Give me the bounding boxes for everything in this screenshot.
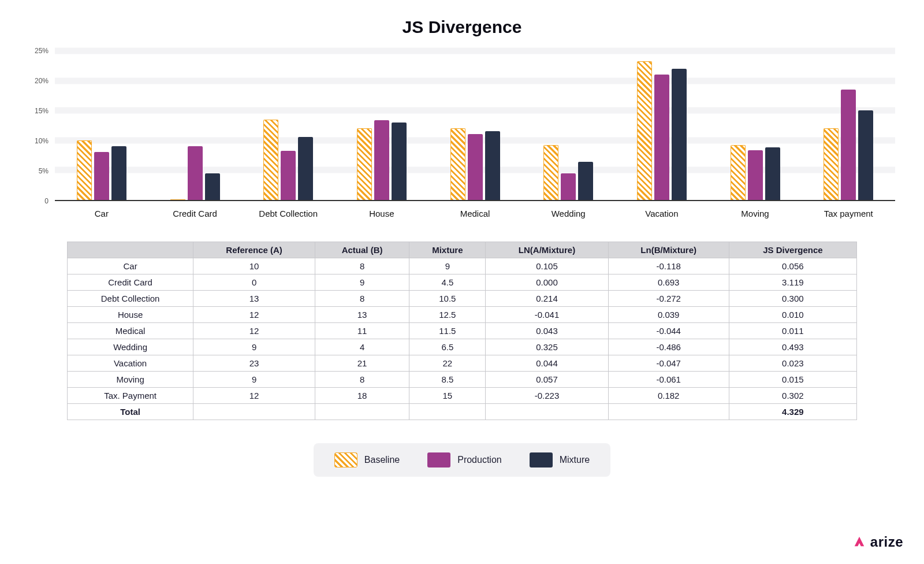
table-row: Tax. Payment121815-0.2230.1820.302 [68, 388, 857, 404]
table-header-cell: JS Divergence [729, 242, 856, 258]
bar-group [802, 51, 895, 200]
baseline-bar [450, 128, 465, 200]
table-header-cell: Mixture [409, 242, 486, 258]
table-cell: 0.044 [486, 355, 608, 372]
table-cell: 0.010 [729, 307, 856, 323]
table-row: Car10890.105-0.1180.056 [68, 258, 857, 274]
mixture-bar [485, 131, 500, 200]
x-tick-label: Tax payment [802, 204, 895, 218]
table-header-cell: Actual (B) [315, 242, 409, 258]
table-cell: 0.302 [729, 388, 856, 404]
table-cell: 4.329 [729, 404, 856, 420]
legend: Baseline Production Mixture [314, 443, 610, 477]
bar-group [521, 51, 615, 200]
x-tick-label: Debt Collection [241, 204, 335, 218]
production-bar [281, 151, 296, 200]
table-cell: Tax. Payment [68, 388, 193, 404]
table-cell: 21 [315, 355, 409, 372]
table-row: House121312.5-0.0410.0390.010 [68, 307, 857, 323]
baseline-bar [824, 128, 839, 200]
table-row: Vacation2321220.044-0.0470.023 [68, 355, 857, 372]
x-tick-label: Car [55, 204, 148, 218]
mixture-bar [672, 69, 687, 200]
table-cell: -0.272 [608, 291, 729, 307]
table-cell: 0 [193, 274, 315, 291]
table-header-cell [68, 242, 193, 258]
table-total-row: Total4.329 [68, 404, 857, 420]
table-row: Wedding946.50.325-0.4860.493 [68, 339, 857, 355]
table-cell: 12.5 [409, 307, 486, 323]
baseline-swatch-icon [334, 452, 357, 467]
chart: 05%10%15%20%25% CarCredit CardDebt Colle… [23, 51, 901, 213]
mixture-swatch-icon [530, 452, 553, 467]
table-cell: 13 [193, 291, 315, 307]
production-bar [188, 146, 203, 200]
table-cell: Moving [68, 372, 193, 388]
table-cell: 12 [193, 388, 315, 404]
production-bar [94, 152, 109, 200]
table-cell: 15 [409, 388, 486, 404]
table-row: Credit Card094.50.0000.6933.119 [68, 274, 857, 291]
table-cell: 0.043 [486, 323, 608, 339]
table-cell: 9 [193, 339, 315, 355]
table-cell: 12 [193, 323, 315, 339]
table-cell: Car [68, 258, 193, 274]
table-cell: 8.5 [409, 372, 486, 388]
table-cell: -0.223 [486, 388, 608, 404]
table-cell: -0.041 [486, 307, 608, 323]
table-cell: 0.214 [486, 291, 608, 307]
production-bar [654, 75, 669, 200]
table-cell: Credit Card [68, 274, 193, 291]
mixture-bar [205, 173, 220, 200]
table-cell: 3.119 [729, 274, 856, 291]
table-cell: 18 [315, 388, 409, 404]
table-cell: 0.300 [729, 291, 856, 307]
table-cell: 4 [315, 339, 409, 355]
table-cell: 0.057 [486, 372, 608, 388]
mixture-bar [298, 137, 313, 200]
table-cell: 0.325 [486, 339, 608, 355]
data-table: Reference (A)Actual (B)MixtureLN(A/Mixtu… [67, 242, 857, 420]
table-cell: 13 [315, 307, 409, 323]
table-cell: Medical [68, 323, 193, 339]
table-row: Debt Collection13810.50.214-0.2720.300 [68, 291, 857, 307]
table-header-row: Reference (A)Actual (B)MixtureLN(A/Mixtu… [68, 242, 857, 258]
y-tick-label: 10% [35, 137, 49, 145]
bar-group [241, 51, 335, 200]
bar-group [615, 51, 709, 200]
mixture-bar [858, 110, 873, 200]
baseline-bar [357, 128, 372, 200]
production-swatch-icon [427, 452, 450, 467]
x-axis-labels: CarCredit CardDebt CollectionHouseMedica… [55, 204, 895, 218]
table-cell: 0.000 [486, 274, 608, 291]
legend-item-mixture: Mixture [530, 452, 590, 467]
table-cell: 0.493 [729, 339, 856, 355]
table-cell: 0.693 [608, 274, 729, 291]
mixture-bar [111, 146, 126, 200]
table-cell: 12 [193, 307, 315, 323]
table-header-cell: LN(A/Mixture) [486, 242, 608, 258]
table-cell: 11.5 [409, 323, 486, 339]
mixture-bar [765, 147, 780, 200]
production-bar [374, 120, 389, 200]
table-cell: 22 [409, 355, 486, 372]
table-cell: -0.044 [608, 323, 729, 339]
table-cell: 4.5 [409, 274, 486, 291]
baseline-bar [543, 145, 558, 200]
plot-area [55, 51, 895, 201]
table-cell: 0.105 [486, 258, 608, 274]
y-tick-label: 25% [35, 47, 49, 55]
table-cell: 6.5 [409, 339, 486, 355]
table-cell: Vacation [68, 355, 193, 372]
table-cell: 0.056 [729, 258, 856, 274]
table-cell: 0.011 [729, 323, 856, 339]
table-cell: 9 [193, 372, 315, 388]
baseline-bar [637, 61, 652, 200]
y-tick-label: 20% [35, 77, 49, 85]
table-cell [608, 404, 729, 420]
table-header-cell: Ln(B/Mixture) [608, 242, 729, 258]
table-cell: Wedding [68, 339, 193, 355]
x-tick-label: Credit Card [148, 204, 242, 218]
bar-group [429, 51, 522, 200]
table-cell: -0.047 [608, 355, 729, 372]
